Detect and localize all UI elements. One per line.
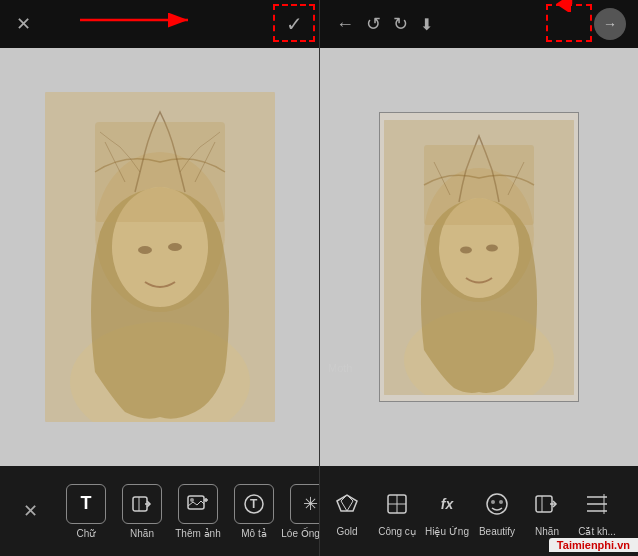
effects-label: Hiệu Ứng <box>425 526 469 537</box>
right-nav-group: → <box>594 8 626 40</box>
svg-point-29 <box>491 500 495 504</box>
toolbar-close[interactable]: ✕ <box>4 485 56 537</box>
cut-label: Cắt kh... <box>578 526 616 537</box>
left-panel: ✕ ✓ <box>0 0 319 556</box>
label-icon <box>131 493 153 515</box>
svg-rect-11 <box>188 496 204 509</box>
right-image-container <box>379 112 579 402</box>
toolbar-lens-label: Lóe Ống kí... <box>281 528 319 539</box>
toolbar-describe[interactable]: T Mô tả <box>228 478 280 545</box>
left-arrow-annotation <box>80 8 200 32</box>
left-nav-group: ← ↺ ↻ ⬇ <box>332 9 437 39</box>
left-canvas <box>0 48 319 466</box>
right-toolbar-effects[interactable]: fx Hiệu Ứng <box>422 480 472 543</box>
right-canvas: Moth <box>320 48 638 466</box>
close-button[interactable]: ✕ <box>16 13 31 35</box>
undo-button[interactable]: ↺ <box>362 9 385 39</box>
add-photo-icon <box>187 493 209 515</box>
right-toolbar-tool[interactable]: Công cụ <box>372 480 422 543</box>
svg-point-30 <box>499 500 503 504</box>
download-button[interactable]: ⬇ <box>416 11 437 38</box>
watermark: Taimienphi.vn <box>549 538 638 552</box>
back-button[interactable]: ← <box>332 10 358 39</box>
label2-label: Nhãn <box>535 526 559 537</box>
download-annotation-box <box>546 4 592 42</box>
svg-rect-10 <box>133 497 147 511</box>
toolbar-lens-flare[interactable]: ✳ Lóe Ống kí... <box>284 478 319 545</box>
right-header: ← ↺ ↻ ⬇ → <box>320 0 638 48</box>
svg-rect-9 <box>45 92 275 422</box>
effects-icon: fx <box>429 486 465 522</box>
svg-text:T: T <box>250 497 258 511</box>
redo-button[interactable]: ↻ <box>389 9 412 39</box>
svg-rect-24 <box>384 120 574 395</box>
gold-label: Gold <box>336 526 357 537</box>
left-header: ✕ ✓ <box>0 0 319 48</box>
tool-icon <box>379 486 415 522</box>
right-arrow-annotation <box>556 0 586 12</box>
toolbar-add-photo-label: Thêm ảnh <box>175 528 220 539</box>
beautify-icon <box>479 486 515 522</box>
describe-icon: T <box>243 493 265 515</box>
cut-icon <box>579 486 615 522</box>
right-toolbar-label[interactable]: Nhãn <box>522 480 572 543</box>
moth-text: Moth <box>328 362 352 374</box>
confirm-check-button[interactable]: ✓ <box>286 12 303 36</box>
toolbar-label[interactable]: Nhãn <box>116 478 168 545</box>
right-toolbar-beautify[interactable]: Beautify <box>472 480 522 543</box>
svg-point-28 <box>487 494 507 514</box>
gold-icon <box>329 486 365 522</box>
forward-button[interactable]: → <box>594 8 626 40</box>
left-toolbar: ✕ T Chữ Nhãn <box>0 466 319 556</box>
toolbar-text-label: Chữ <box>77 528 96 539</box>
right-toolbar-cut[interactable]: Cắt kh... <box>572 480 622 543</box>
watermark-strip: Taimienphi.vn <box>320 538 638 556</box>
svg-rect-31 <box>536 496 552 512</box>
left-photo <box>45 92 275 422</box>
toolbar-label-label: Nhãn <box>130 528 154 539</box>
svg-point-12 <box>190 498 194 502</box>
right-photo <box>384 120 574 395</box>
beautify-label: Beautify <box>479 526 515 537</box>
toolbar-text[interactable]: T Chữ <box>60 478 112 545</box>
label2-icon <box>529 486 565 522</box>
left-image-container <box>40 87 280 427</box>
toolbar-describe-label: Mô tả <box>241 528 266 539</box>
toolbar-add-photo[interactable]: Thêm ảnh <box>172 478 224 545</box>
right-panel: ← ↺ ↻ ⬇ → <box>319 0 638 556</box>
tool-label: Công cụ <box>378 526 416 537</box>
right-toolbar-gold[interactable]: Gold <box>322 480 372 543</box>
